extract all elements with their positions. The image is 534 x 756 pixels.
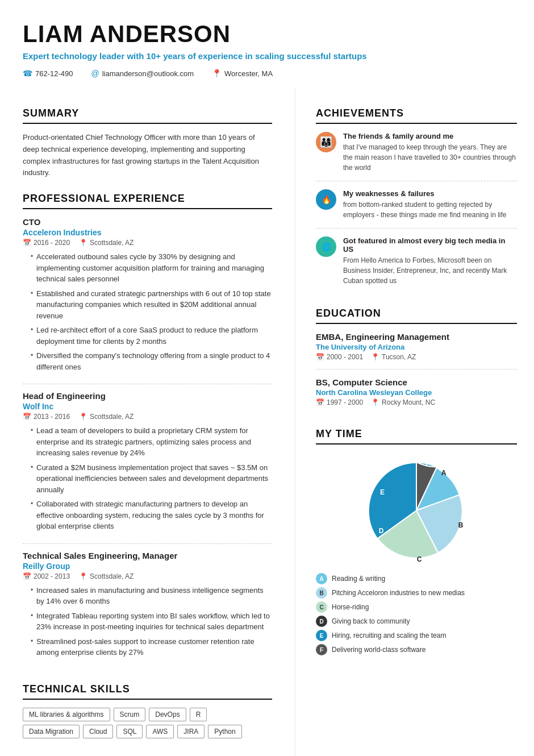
edu-degree-bs: BS, Computer Science <box>316 377 517 387</box>
legend-label-b: Pitching Acceloron industries to new med… <box>332 589 465 597</box>
job-dates-tse: 📅 2002 - 2013 <box>23 572 70 580</box>
pie-chart: A B C D E F <box>360 454 473 567</box>
location-contact: 📍 Worcester, MA <box>212 69 273 78</box>
bullet-cto-4: Diversified the company's technology off… <box>31 350 272 372</box>
legend-dot-d: D <box>316 616 327 627</box>
job-dates-cto: 📅 2016 - 2020 <box>23 239 70 247</box>
bullet-hoe-3: Collaborated with strategic manufacturin… <box>31 499 272 532</box>
achievement-icon-weaknesses: 🔥 <box>316 189 336 210</box>
job-location-cto: 📍 Scottsdale, AZ <box>79 239 134 247</box>
education-section: EDUCATION EMBA, Engineering Management T… <box>316 308 517 414</box>
achievement-weaknesses: 🔥 My weaknesses & failures from bottom-r… <box>316 189 517 229</box>
resume-container: LIAM ANDERSON Expert technology leader w… <box>0 0 534 756</box>
calendar-icon-tse: 📅 <box>23 572 31 580</box>
job-location-tse: 📍 Scottsdale, AZ <box>79 572 134 580</box>
legend-dot-f: F <box>316 644 327 655</box>
achievement-media: 🌐 Got featured in almost every big tech … <box>316 236 517 294</box>
email-contact: @ liamanderson@outlook.com <box>91 69 194 78</box>
skill-aws: AWS <box>146 725 174 738</box>
legend-label-d: Giving back to community <box>332 617 410 625</box>
phone-icon: ☎ <box>23 69 32 78</box>
job-bullets-hoe: Lead a team of developers to build a pro… <box>23 425 272 532</box>
experience-title: PROFESSIONAL EXPERIENCE <box>23 193 272 209</box>
achievement-desc-weaknesses: from bottom-ranked student to getting re… <box>343 200 517 220</box>
location-icon: 📍 <box>212 69 222 78</box>
legend-item-c: C Horse-riding <box>316 601 517 613</box>
edu-dates-arizona: 📅 2000 - 2001 <box>316 353 363 361</box>
pie-label-b: B <box>458 521 464 529</box>
bullet-hoe-2: Curated a $2M business implementation pr… <box>31 462 272 496</box>
job-sales-engineering: Technical Sales Engineering, Manager Rei… <box>23 551 272 670</box>
job-meta-cto: 📅 2016 - 2020 📍 Scottsdale, AZ <box>23 239 272 247</box>
achievement-title-media: Got featured in almost every big tech me… <box>343 236 517 254</box>
edu-school-arizona: The University of Arizona <box>316 343 517 351</box>
legend-label-c: Horse-riding <box>332 603 369 611</box>
skill-ml: ML libraries & algorithms <box>23 708 110 721</box>
legend-label-f: Delivering world-class software <box>332 646 425 654</box>
achievement-title-family: The friends & family around me <box>343 132 517 140</box>
achievement-content-family: The friends & family around me that I've… <box>343 132 517 173</box>
achievement-title-weaknesses: My weaknesses & failures <box>343 189 517 198</box>
skills-row-1: ML libraries & algorithms Scrum DevOps R <box>23 708 272 721</box>
header-section: LIAM ANDERSON Expert technology leader w… <box>0 0 534 88</box>
right-column: ACHIEVEMENTS 👨‍👩‍👧 The friends & family … <box>295 88 534 756</box>
calendar-icon-arizona: 📅 <box>316 353 324 361</box>
pie-legend: A Reading & writing B Pitching Acceloron… <box>316 573 517 655</box>
contact-bar: ☎ 762-12-490 @ liamanderson@outlook.com … <box>23 69 511 78</box>
achievement-content-media: Got featured in almost every big tech me… <box>343 236 517 286</box>
candidate-name: LIAM ANDERSON <box>23 20 511 48</box>
skills-title: TECHNICAL SKILLS <box>23 683 272 700</box>
location-text: Worcester, MA <box>224 69 273 78</box>
skills-section: TECHNICAL SKILLS ML libraries & algorith… <box>23 683 272 738</box>
achievement-icon-family: 👨‍👩‍👧 <box>316 132 336 152</box>
legend-item-b: B Pitching Acceloron industries to new m… <box>316 587 517 599</box>
job-head-engineering: Head of Engineering Wolf Inc 📅 2013 - 20… <box>23 391 272 544</box>
edu-bs: BS, Computer Science North Carolina Wesl… <box>316 377 517 414</box>
achievement-content-weaknesses: My weaknesses & failures from bottom-ran… <box>343 189 517 220</box>
phone-contact: ☎ 762-12-490 <box>23 69 73 78</box>
edu-location-arizona: 📍 Tucson, AZ <box>371 353 416 361</box>
location-icon-tse: 📍 <box>79 572 87 580</box>
edu-meta-arizona: 📅 2000 - 2001 📍 Tucson, AZ <box>316 353 517 361</box>
edu-location-ncwc: 📍 Rocky Mount, NC <box>371 398 435 406</box>
mytime-section: MY TIME <box>316 428 517 655</box>
bullet-hoe-1: Lead a team of developers to build a pro… <box>31 425 272 459</box>
location-icon-arizona: 📍 <box>371 353 379 361</box>
legend-dot-b: B <box>316 587 327 599</box>
legend-dot-a: A <box>316 573 327 584</box>
summary-text: Product-orientated Chief Technology Offi… <box>23 132 272 179</box>
job-company-reilly: Reilly Group <box>23 562 272 571</box>
pie-label-e: E <box>380 488 385 496</box>
skill-scrum: Scrum <box>114 708 146 721</box>
bullet-cto-3: Led re-architect effort of a core SaaS p… <box>31 325 272 347</box>
legend-item-d: D Giving back to community <box>316 616 517 627</box>
edu-dates-ncwc: 📅 1997 - 2000 <box>316 398 363 406</box>
job-company-acceleron: Acceleron Industries <box>23 228 272 237</box>
calendar-icon: 📅 <box>23 239 31 247</box>
location-icon-cto: 📍 <box>79 239 87 247</box>
skills-row-2: Data Migration Cloud SQL AWS JIRA Python <box>23 725 272 738</box>
edu-meta-ncwc: 📅 1997 - 2000 📍 Rocky Mount, NC <box>316 398 517 406</box>
edu-degree-emba: EMBA, Engineering Management <box>316 332 517 342</box>
left-column: SUMMARY Product-orientated Chief Technol… <box>0 88 295 756</box>
skill-jira: JIRA <box>177 725 205 738</box>
pie-svg: A B C D E F <box>360 454 473 567</box>
education-title: EDUCATION <box>316 308 517 324</box>
pie-label-d: D <box>379 527 384 535</box>
job-title-tse: Technical Sales Engineering, Manager <box>23 551 272 560</box>
job-location-hoe: 📍 Scottsdale, AZ <box>79 413 134 421</box>
achievement-desc-family: that I've managed to keep through the ye… <box>343 142 517 173</box>
phone-number: 762-12-490 <box>35 69 73 78</box>
skill-cloud: Cloud <box>83 725 113 738</box>
email-icon: @ <box>91 69 99 78</box>
legend-item-f: F Delivering world-class software <box>316 644 517 655</box>
job-title-hoe: Head of Engineering <box>23 391 272 401</box>
legend-item-a: A Reading & writing <box>316 573 517 584</box>
mytime-title: MY TIME <box>316 428 517 445</box>
skill-datamigration: Data Migration <box>23 725 80 738</box>
location-icon-ncwc: 📍 <box>371 398 379 406</box>
pie-label-a: A <box>441 469 447 477</box>
job-title-cto: CTO <box>23 217 272 227</box>
calendar-icon-hoe: 📅 <box>23 413 31 421</box>
candidate-tagline: Expert technology leader with 10+ years … <box>23 50 511 62</box>
